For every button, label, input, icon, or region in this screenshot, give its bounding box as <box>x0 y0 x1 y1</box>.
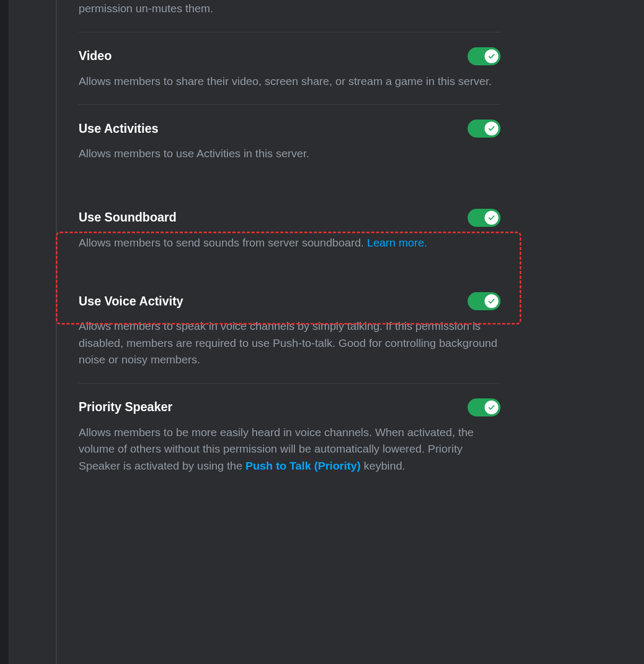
permission-description: Allows members to speak in voice channel… <box>79 318 501 368</box>
permission-header: Priority Speaker <box>79 398 501 416</box>
permission-fragment-text: permission un-mutes them. <box>79 0 501 32</box>
permission-title: Priority Speaker <box>79 400 172 414</box>
permission-description: Allows members to use Activities in this… <box>79 145 501 162</box>
permissions-list: permission un-mutes them. Video Allows m… <box>79 0 501 489</box>
check-icon <box>487 214 496 222</box>
toggle-knob <box>485 49 498 63</box>
permission-header: Use Soundboard <box>79 209 501 227</box>
toggle-priority-speaker[interactable] <box>468 398 501 416</box>
permission-header: Use Voice Activity <box>79 292 501 310</box>
description-text-post: keybind. <box>361 459 405 472</box>
check-icon <box>487 52 496 61</box>
toggle-soundboard[interactable] <box>468 209 501 227</box>
toggle-knob <box>485 211 498 225</box>
permission-item-soundboard: Use Soundboard Allows members to send so… <box>79 177 501 266</box>
permission-item-video: Video Allows members to share their vide… <box>79 32 501 105</box>
permission-description: Allows members to be more easily heard i… <box>79 424 501 474</box>
toggle-knob <box>485 294 498 308</box>
toggle-knob <box>485 401 498 414</box>
check-icon <box>487 124 496 133</box>
vertical-divider <box>56 0 57 664</box>
permission-item-voice-activity: Use Voice Activity Allows members to spe… <box>79 266 501 383</box>
permission-title: Use Activities <box>79 122 158 136</box>
learn-more-link[interactable]: Learn more. <box>367 236 427 249</box>
permission-title: Video <box>79 49 112 63</box>
permission-header: Video <box>79 47 501 65</box>
permission-title: Use Soundboard <box>79 210 176 225</box>
permission-header: Use Activities <box>79 120 501 138</box>
permission-description: Allows members to send sounds from serve… <box>79 234 501 251</box>
toggle-knob <box>485 122 498 135</box>
left-sidebar-edge <box>0 0 9 664</box>
check-icon <box>487 403 496 412</box>
push-to-talk-link[interactable]: Push to Talk (Priority) <box>245 459 361 472</box>
permission-title: Use Voice Activity <box>79 294 183 309</box>
description-text: Allows members to send sounds from serve… <box>79 236 367 249</box>
permission-item-priority-speaker: Priority Speaker Allows members to be mo… <box>79 383 501 489</box>
toggle-video[interactable] <box>468 47 501 65</box>
permission-item-activities: Use Activities Allows members to use Act… <box>79 104 501 177</box>
toggle-voice-activity[interactable] <box>468 292 501 310</box>
permission-description: Allows members to share their video, scr… <box>79 73 501 90</box>
check-icon <box>487 297 496 305</box>
toggle-activities[interactable] <box>468 120 501 138</box>
